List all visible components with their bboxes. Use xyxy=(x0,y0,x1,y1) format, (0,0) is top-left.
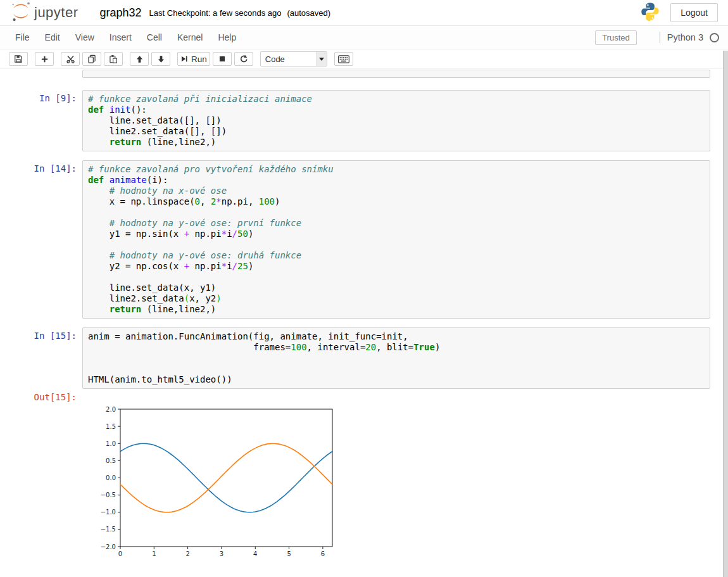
save-button[interactable] xyxy=(9,52,28,66)
kernel-idle-icon xyxy=(710,33,719,42)
code-line xyxy=(88,207,705,218)
copy-cell-button[interactable] xyxy=(82,52,101,66)
code-line xyxy=(88,364,705,374)
menu-file[interactable]: File xyxy=(8,27,37,48)
keyboard-icon xyxy=(338,55,349,63)
jupyter-logo-icon xyxy=(10,0,32,25)
code-line: # hodnoty na y-ové ose: druhá funkce xyxy=(88,250,705,261)
cut-cell-button[interactable] xyxy=(61,52,80,66)
output-area: −2.0−1.5−1.0−0.50.00.51.01.52.00123456 xyxy=(82,389,723,559)
copy-icon xyxy=(87,54,96,63)
menu-cell[interactable]: Cell xyxy=(139,27,170,48)
run-cell-button[interactable]: Run xyxy=(177,52,210,66)
code-line: y1 = np.sin(x + np.pi*i/50) xyxy=(88,229,705,239)
python-logo-icon xyxy=(640,1,660,24)
output-plot-canvas: −2.0−1.5−1.0−0.50.00.51.01.52.00123456 xyxy=(93,404,341,559)
output-cell-out15: Out[15]:−2.0−1.5−1.0−0.50.00.51.01.52.00… xyxy=(0,389,723,559)
input-prompt: In [14]: xyxy=(0,160,82,174)
svg-text:1.5: 1.5 xyxy=(106,423,116,430)
toolbar: RunCode xyxy=(0,49,728,69)
code-line: HTML(anim.to_html5_video()) xyxy=(88,374,705,385)
save-icon xyxy=(14,54,23,63)
kernel-divider xyxy=(660,32,660,43)
code-line: frames=100, interval=20, blit=True) xyxy=(88,342,705,353)
code-line: line.set_data([], []) xyxy=(88,115,705,126)
paste-icon xyxy=(109,54,118,63)
code-line: y2 = np.cos(x + np.pi*i/25) xyxy=(88,261,705,272)
menu-edit[interactable]: Edit xyxy=(37,27,68,48)
arrow-down-icon xyxy=(157,55,165,63)
code-cell-in9: In [9]:# funkce zavolaná při inicializac… xyxy=(0,90,723,151)
svg-text:1.0: 1.0 xyxy=(106,440,116,447)
code-line: anim = animation.FuncAnimation(fig, anim… xyxy=(88,331,705,342)
jupyter-logo-text: jupyter xyxy=(34,4,78,21)
code-line xyxy=(88,353,705,364)
code-line: # funkce zavolaná pro vytvoření každého … xyxy=(88,164,705,175)
cut-icon xyxy=(66,54,75,64)
command-palette-button[interactable] xyxy=(334,52,353,66)
svg-text:5: 5 xyxy=(287,550,291,557)
code-line: line2.set_data([], []) xyxy=(88,126,705,137)
code-cell-clipped xyxy=(0,70,723,78)
code-line xyxy=(88,239,705,250)
notebook-title[interactable]: graph32 xyxy=(100,6,142,20)
output-figure: −2.0−1.5−1.0−0.50.00.51.01.52.00123456 xyxy=(93,404,723,559)
code-cell-in14: In [14]:# funkce zavolaná pro vytvoření … xyxy=(0,160,723,319)
paste-cell-button[interactable] xyxy=(104,52,123,66)
cell-type-value: Code xyxy=(261,54,317,64)
stop-icon xyxy=(218,55,226,63)
svg-text:6: 6 xyxy=(321,550,325,557)
code-editor-in9[interactable]: # funkce zavolaná při inicializaci anima… xyxy=(82,90,710,151)
restart-icon xyxy=(239,54,248,63)
svg-text:1: 1 xyxy=(152,550,156,557)
notebook-container: In [9]:# funkce zavolaná při inicializac… xyxy=(0,70,723,577)
menu-view[interactable]: View xyxy=(68,27,102,48)
restart-kernel-button[interactable] xyxy=(234,52,253,66)
code-line: return (line,line2,) xyxy=(88,304,705,315)
chevron-down-icon xyxy=(317,52,327,66)
code-line: line2.set_data(x, y2) xyxy=(88,293,705,304)
clipped-code-cell[interactable] xyxy=(82,70,710,78)
arrow-up-icon xyxy=(135,55,144,63)
menu-help[interactable]: Help xyxy=(210,27,244,48)
checkpoint-status: Last Checkpoint: a few seconds ago xyxy=(149,8,282,18)
code-editor-in15[interactable]: anim = animation.FuncAnimation(fig, anim… xyxy=(82,327,710,389)
svg-text:−0.5: −0.5 xyxy=(101,491,116,498)
code-editor-in14[interactable]: # funkce zavolaná pro vytvoření každého … xyxy=(82,160,710,319)
code-line: x = np.linspace(0, 2*np.pi, 100) xyxy=(88,196,705,207)
svg-text:0.0: 0.0 xyxy=(106,474,116,481)
add-icon xyxy=(41,55,49,63)
code-line: # hodnoty na y-ové ose: první funkce xyxy=(88,218,705,229)
menu-kernel[interactable]: Kernel xyxy=(170,27,210,48)
cell-type-select[interactable]: Code xyxy=(260,51,327,67)
autosave-status: (autosaved) xyxy=(287,8,330,18)
code-line: # funkce zavolaná při inicializaci anima… xyxy=(88,94,705,105)
input-prompt: In [15]: xyxy=(0,327,82,341)
svg-text:2: 2 xyxy=(185,550,189,557)
svg-text:−1.0: −1.0 xyxy=(101,509,116,516)
output-prompt: Out[15]: xyxy=(0,389,82,402)
notebook-header: jupyter graph32 Last Checkpoint: a few s… xyxy=(0,0,728,26)
code-line: def init(): xyxy=(88,105,705,115)
svg-text:−1.5: −1.5 xyxy=(101,526,116,533)
logout-button[interactable]: Logout xyxy=(670,3,718,22)
interrupt-kernel-button[interactable] xyxy=(213,52,232,66)
code-line xyxy=(88,272,705,282)
add-cell-button[interactable] xyxy=(35,52,54,66)
move-cell-down-button[interactable] xyxy=(151,52,170,66)
code-line: def animate(i): xyxy=(88,175,705,186)
svg-text:−2.0: −2.0 xyxy=(101,543,116,550)
jupyter-logo[interactable]: jupyter xyxy=(10,0,78,25)
code-line: return (line,line2,) xyxy=(88,137,705,148)
trusted-badge: Trusted xyxy=(595,30,637,45)
input-prompt xyxy=(0,70,82,73)
move-cell-up-button[interactable] xyxy=(130,52,149,66)
svg-text:3: 3 xyxy=(220,550,223,557)
code-line: # hodnoty na x-ové ose xyxy=(88,186,705,196)
code-cell-in15: In [15]:anim = animation.FuncAnimation(f… xyxy=(0,327,723,389)
svg-text:0.5: 0.5 xyxy=(106,457,116,464)
menu-insert[interactable]: Insert xyxy=(102,27,139,48)
kernel-name: Python 3 xyxy=(667,32,703,42)
svg-text:0: 0 xyxy=(118,550,122,557)
vertical-scrollbar[interactable] xyxy=(723,51,728,577)
